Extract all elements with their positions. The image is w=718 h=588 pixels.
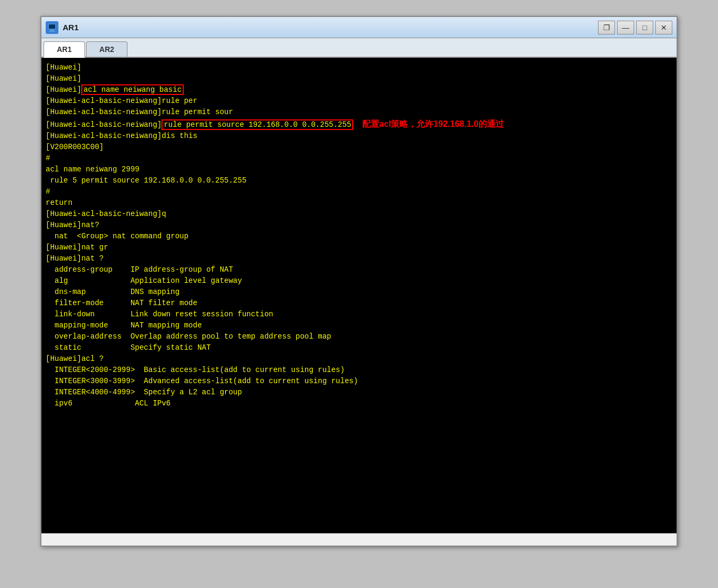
close-button[interactable]: ✕ — [655, 21, 672, 34]
line-18: [Huawei]nat ? — [46, 253, 672, 264]
line-15: [Huawei]nat? — [46, 220, 672, 231]
maximize-button[interactable]: □ — [636, 21, 653, 34]
line-23: link-down Link down reset session functi… — [46, 309, 672, 320]
restore-button[interactable]: ❐ — [598, 21, 615, 34]
line-5: [Huawei-acl-basic-neiwang]rule permit so… — [46, 107, 672, 118]
line-25: overlap-address Overlap address pool to … — [46, 331, 672, 342]
line-1: [Huawei] — [46, 62, 672, 73]
line-20: alg Application level gateway — [46, 275, 672, 287]
line-12: # — [46, 186, 672, 197]
line-4: [Huawei-acl-basic-neiwang]rule per — [46, 96, 672, 107]
tab-bar: AR1 AR2 — [41, 38, 677, 58]
title-bar-left: AR1 — [46, 21, 79, 34]
line-16: nat <Group> nat command group — [46, 231, 672, 242]
svg-rect-3 — [49, 31, 55, 32]
window-title: AR1 — [63, 23, 79, 32]
line-3: [Huawei]acl name neiwang basic — [46, 84, 672, 96]
line-27: [Huawei]acl ? — [46, 353, 672, 365]
line-10: acl name neiwang 2999 — [46, 164, 672, 175]
main-window: AR1 ❐ — □ ✕ AR1 AR2 [Huawei] [Huawei] [H… — [40, 16, 678, 547]
line-11: rule 5 permit source 192.168.0.0 0.0.255… — [46, 175, 672, 186]
line-22: filter-mode NAT filter mode — [46, 298, 672, 309]
title-bar: AR1 ❐ — □ ✕ — [41, 17, 677, 38]
line-2: [Huawei] — [46, 73, 672, 84]
svg-rect-1 — [49, 24, 55, 29]
line-30: INTEGER<4000-4999> Specify a L2 acl grou… — [46, 387, 672, 398]
line-17: [Huawei]nat gr — [46, 242, 672, 253]
window-controls: ❐ — □ ✕ — [598, 21, 672, 34]
line-14: [Huawei-acl-basic-neiwang]q — [46, 209, 672, 220]
line-26: static Specify static NAT — [46, 342, 672, 353]
highlight-acl-name: acl name neiwang basic — [81, 84, 184, 95]
line-7: [Huawei-acl-basic-neiwang]dis this — [46, 131, 672, 142]
line-9: # — [46, 153, 672, 164]
tab-ar1[interactable]: AR1 — [44, 41, 85, 58]
line-13: return — [46, 197, 672, 209]
line-31: ipv6 ACL IPv6 — [46, 398, 672, 409]
svg-rect-2 — [50, 30, 54, 31]
highlight-rule-permit: rule permit source 192.168.0.0 0.0.255.2… — [161, 119, 353, 130]
terminal[interactable]: [Huawei] [Huawei] [Huawei]acl name neiwa… — [41, 58, 677, 533]
line-6: [Huawei-acl-basic-neiwang]rule permit so… — [46, 118, 672, 131]
line-28: INTEGER<2000-2999> Basic access-list(add… — [46, 365, 672, 376]
tab-ar2[interactable]: AR2 — [86, 41, 127, 57]
app-icon — [46, 21, 58, 34]
line-24: mapping-mode NAT mapping mode — [46, 320, 672, 331]
line-8: [V200R003C00] — [46, 142, 672, 153]
line-29: INTEGER<3000-3999> Advanced access-list(… — [46, 376, 672, 387]
line-19: address-group IP address-group of NAT — [46, 264, 672, 275]
minimize-button[interactable]: — — [617, 21, 634, 34]
acl-annotation: 配置acl策略，允许192.168.1.0的通过 — [362, 119, 504, 128]
line-21: dns-map DNS mapping — [46, 287, 672, 298]
